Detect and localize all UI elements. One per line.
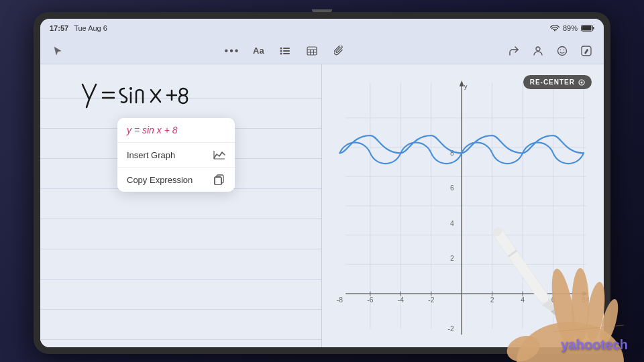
- attachment-icon[interactable]: [331, 43, 347, 59]
- svg-rect-6: [283, 50, 290, 52]
- watermark-yahoo: yahoo: [561, 337, 600, 352]
- person-icon[interactable]: [530, 43, 546, 59]
- graph-panel: -8 -6 -4 -2 2 4 6 8 x -2 2: [322, 64, 604, 347]
- recenter-label: RE-CENTER: [530, 78, 575, 86]
- svg-rect-1: [593, 27, 594, 29]
- svg-point-17: [564, 49, 565, 50]
- ruled-line: [40, 249, 321, 249]
- svg-text:4: 4: [521, 296, 525, 304]
- ruled-line: [40, 279, 321, 280]
- svg-point-14: [536, 47, 540, 51]
- watermark: yahootech: [561, 337, 628, 353]
- battery-icon: [581, 25, 594, 32]
- svg-point-5: [280, 50, 282, 52]
- svg-text:2: 2: [450, 255, 454, 262]
- svg-text:x: x: [586, 295, 590, 302]
- svg-text:6: 6: [551, 296, 555, 304]
- svg-rect-29: [215, 177, 221, 185]
- popup-equation: y = sin x + 8: [117, 118, 235, 143]
- copy-icon: [213, 174, 225, 186]
- svg-rect-2: [582, 26, 592, 31]
- ruled-line: [40, 309, 321, 310]
- ruled-line: [40, 339, 321, 340]
- status-time: 17:57: [50, 24, 68, 32]
- svg-text:-2: -2: [428, 296, 434, 304]
- ruled-line: [40, 219, 321, 219]
- insert-graph-menu-item[interactable]: Insert Graph: [117, 143, 235, 168]
- svg-point-73: [581, 81, 583, 83]
- handwritten-equation: [77, 79, 231, 123]
- insert-graph-label: Insert Graph: [127, 150, 175, 160]
- watermark-tech: tech: [600, 337, 628, 352]
- copy-expression-menu-item[interactable]: Copy Expression: [117, 168, 235, 192]
- svg-point-16: [560, 49, 561, 50]
- svg-rect-4: [283, 48, 290, 49]
- svg-text:-8: -8: [337, 296, 343, 304]
- toolbar: ••• Aa: [40, 38, 604, 64]
- recenter-button[interactable]: RE-CENTER: [523, 75, 592, 89]
- svg-rect-9: [307, 47, 317, 55]
- text-format-icon[interactable]: Aa: [250, 43, 266, 59]
- share-icon[interactable]: [506, 43, 522, 59]
- svg-text:2: 2: [490, 296, 494, 304]
- svg-text:-4: -4: [398, 296, 404, 304]
- battery-percent: 89%: [563, 24, 578, 32]
- svg-point-23: [129, 87, 132, 90]
- svg-point-7: [280, 52, 282, 54]
- more-options-icon[interactable]: •••: [225, 45, 240, 57]
- graph-icon: [213, 149, 225, 161]
- scene: 17:57 Tue Aug 6 89%: [0, 0, 644, 362]
- popup-card: y = sin x + 8 Insert Graph: [117, 118, 235, 192]
- svg-text:8: 8: [582, 296, 586, 304]
- cursor-icon[interactable]: [50, 43, 66, 59]
- svg-text:-6: -6: [367, 296, 373, 304]
- top-indicator: [312, 9, 332, 12]
- svg-rect-8: [283, 53, 290, 54]
- status-bar: 17:57 Tue Aug 6 89%: [40, 19, 604, 38]
- svg-text:-2: -2: [448, 325, 454, 333]
- ipad-device: 17:57 Tue Aug 6 89%: [34, 12, 610, 354]
- table-icon[interactable]: [304, 43, 320, 59]
- graph-svg: -8 -6 -4 -2 2 4 6 8 x -2 2: [329, 71, 597, 341]
- wifi-icon: [550, 25, 559, 32]
- list-icon[interactable]: [277, 43, 293, 59]
- graph-area: -8 -6 -4 -2 2 4 6 8 x -2 2: [329, 71, 597, 341]
- svg-text:6: 6: [450, 184, 454, 192]
- ipad-screen: 17:57 Tue Aug 6 89%: [40, 19, 604, 347]
- content-area: y = sin x + 8 Insert Graph: [40, 64, 604, 347]
- svg-point-3: [280, 47, 282, 49]
- svg-point-15: [558, 46, 567, 55]
- recenter-icon: [578, 79, 585, 86]
- emoji-icon[interactable]: [554, 43, 570, 59]
- edit-icon[interactable]: [578, 43, 594, 59]
- notes-panel: y = sin x + 8 Insert Graph: [40, 64, 322, 347]
- svg-text:4: 4: [450, 220, 454, 227]
- status-date: Tue Aug 6: [74, 24, 107, 32]
- svg-text:y: y: [464, 82, 468, 90]
- copy-expression-label: Copy Expression: [127, 175, 193, 185]
